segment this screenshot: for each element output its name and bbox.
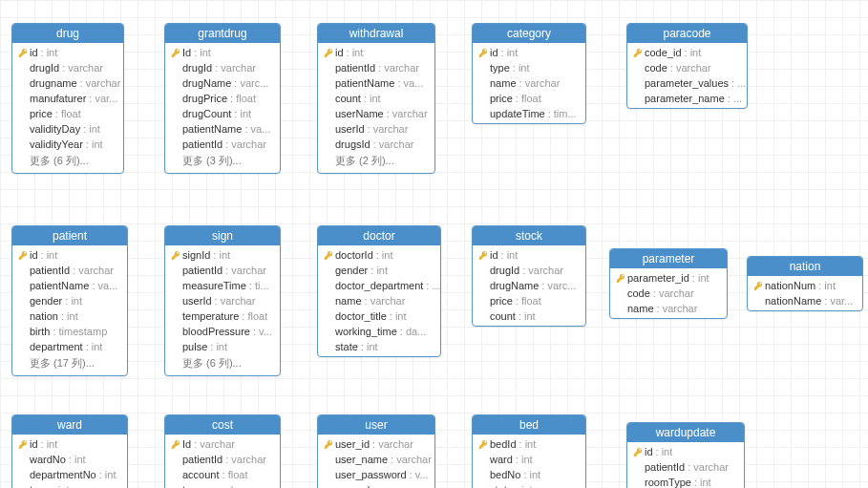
column-row[interactable]: ward: int [473, 452, 585, 467]
table-header[interactable]: wardupdate [627, 423, 744, 442]
table-ward[interactable]: wardid: intwardNo: intdepartmentNo: intt… [11, 414, 128, 488]
table-header[interactable]: doctor [318, 226, 440, 245]
column-row[interactable]: price: float [12, 106, 123, 121]
column-row[interactable]: drugName: varc... [165, 75, 280, 91]
column-row[interactable]: wardNo: int [12, 452, 127, 467]
column-row[interactable]: user_password: v... [318, 467, 434, 482]
table-paracode[interactable]: paracodecode_id: intcode: varcharparamet… [626, 23, 748, 109]
column-row[interactable]: patientId: varchar [12, 263, 127, 278]
column-row[interactable]: working_time: da... [318, 324, 440, 339]
column-row[interactable]: drugId: varchar [12, 60, 123, 75]
table-header[interactable]: nation [748, 257, 862, 276]
column-row[interactable]: parameter_id: int [610, 270, 727, 286]
column-row[interactable]: roomType: int [627, 475, 744, 488]
table-header[interactable]: drug [12, 24, 123, 43]
column-row[interactable]: drugId: varchar [473, 263, 585, 278]
column-row[interactable]: updateTime: tim... [473, 106, 585, 121]
column-row[interactable]: validityYear: int [12, 137, 123, 152]
column-row[interactable]: state: int [473, 482, 585, 488]
table-grantdrug[interactable]: grantdrugId: intdrugId: varchardrugName:… [164, 23, 281, 174]
column-row[interactable]: signId: int [165, 247, 280, 263]
table-drug[interactable]: drugid: intdrugId: varchardrugname: varc… [11, 23, 124, 174]
more-columns[interactable]: 更多 (3 列)... [165, 152, 280, 171]
column-row[interactable]: Id: int [165, 45, 280, 60]
more-columns[interactable]: 更多 (17 列)... [12, 354, 127, 373]
column-row[interactable]: nationName: var... [748, 293, 862, 308]
column-row[interactable]: doctor_department: ... [318, 278, 440, 293]
column-row[interactable]: parameter_values: ... [627, 75, 747, 91]
table-header[interactable]: user [318, 415, 434, 435]
column-row[interactable]: doctor_title: int [318, 308, 440, 324]
column-row[interactable]: type: int [12, 482, 127, 488]
table-parameter[interactable]: parameterparameter_id: intcode: varcharn… [609, 248, 728, 319]
column-row[interactable]: count: int [318, 91, 434, 106]
table-bed[interactable]: bedbedId: intward: intbedNo: intstate: i… [472, 414, 586, 488]
column-row[interactable]: patientId: varchar [165, 263, 280, 278]
column-row[interactable]: code_id: int [627, 45, 747, 60]
column-row[interactable]: price: float [473, 91, 585, 106]
column-row[interactable]: parameter_name: ... [627, 91, 747, 106]
table-header[interactable]: grantdrug [165, 24, 280, 43]
table-header[interactable]: patient [12, 226, 127, 245]
more-columns[interactable]: 更多 (6 列)... [165, 354, 280, 373]
table-header[interactable]: paracode [627, 24, 747, 43]
column-row[interactable]: type: varchar [165, 482, 280, 488]
column-row[interactable]: bedNo: int [473, 467, 585, 482]
column-row[interactable]: nationNum: int [748, 278, 862, 293]
column-row[interactable]: code: varchar [610, 286, 727, 301]
erd-canvas[interactable]: drugid: intdrugId: varchardrugname: varc… [0, 0, 868, 488]
column-row[interactable]: drugId: varchar [165, 60, 280, 75]
column-row[interactable]: id: int [12, 45, 123, 60]
column-row[interactable]: patientName: va... [12, 278, 127, 293]
table-header[interactable]: stock [473, 226, 585, 245]
more-columns[interactable]: 更多 (2 列)... [318, 152, 434, 171]
column-row[interactable]: departmentNo: int [12, 467, 127, 482]
column-row[interactable]: validityDay: int [12, 121, 123, 137]
table-stock[interactable]: stockid: intdrugId: varchardrugName: var… [472, 225, 586, 327]
table-header[interactable]: parameter [610, 249, 727, 268]
column-row[interactable]: department: int [12, 339, 127, 354]
column-row[interactable]: gender: int [318, 263, 440, 278]
column-row[interactable]: drugPrice: float [165, 91, 280, 106]
column-row[interactable]: code: varchar [627, 60, 747, 75]
table-withdrawal[interactable]: withdrawalid: intpatientId: varcharpatie… [317, 23, 435, 174]
column-row[interactable]: birth: timestamp [12, 324, 127, 339]
column-row[interactable]: patientId: varchar [165, 137, 280, 152]
column-row[interactable]: user_id: varchar [318, 436, 434, 452]
table-cost[interactable]: costId: varcharpatientId: varcharaccount… [164, 414, 281, 488]
column-row[interactable]: user_phone: varc... [318, 482, 434, 488]
column-row[interactable]: bloodPressure: v... [165, 324, 280, 339]
column-row[interactable]: id: int [627, 444, 744, 459]
column-row[interactable]: id: int [473, 247, 585, 263]
column-row[interactable]: id: int [12, 436, 127, 452]
column-row[interactable]: id: int [318, 45, 434, 60]
column-row[interactable]: userId: varchar [165, 293, 280, 308]
table-header[interactable]: category [473, 24, 585, 43]
column-row[interactable]: pulse: int [165, 339, 280, 354]
column-row[interactable]: patientId: varchar [165, 452, 280, 467]
column-row[interactable]: doctorId: int [318, 247, 440, 263]
column-row[interactable]: drugname: varchar [12, 75, 123, 91]
column-row[interactable]: nation: int [12, 308, 127, 324]
column-row[interactable]: temperature: float [165, 308, 280, 324]
table-header[interactable]: bed [473, 415, 585, 435]
column-row[interactable]: patientId: varchar [318, 60, 434, 75]
table-category[interactable]: categoryid: inttype: intname: varcharpri… [472, 23, 586, 124]
column-row[interactable]: patientName: va... [318, 75, 434, 91]
column-row[interactable]: userName: varchar [318, 106, 434, 121]
column-row[interactable]: drugCount: int [165, 106, 280, 121]
column-row[interactable]: name: varchar [318, 293, 440, 308]
column-row[interactable]: id: int [473, 45, 585, 60]
column-row[interactable]: price: float [473, 293, 585, 308]
column-row[interactable]: measureTime: ti... [165, 278, 280, 293]
table-header[interactable]: sign [165, 226, 280, 245]
column-row[interactable]: type: int [473, 60, 585, 75]
column-row[interactable]: patientName: va... [165, 121, 280, 137]
table-wardupdate[interactable]: wardupdateid: intpatientId: varcharroomT… [626, 422, 745, 488]
table-header[interactable]: cost [165, 415, 280, 435]
table-nation[interactable]: nationnationNum: intnationName: var... [747, 256, 863, 311]
column-row[interactable]: state: int [318, 339, 440, 354]
column-row[interactable]: name: varchar [610, 301, 727, 316]
column-row[interactable]: patientId: varchar [627, 459, 744, 475]
column-row[interactable]: userId: varchar [318, 121, 434, 137]
